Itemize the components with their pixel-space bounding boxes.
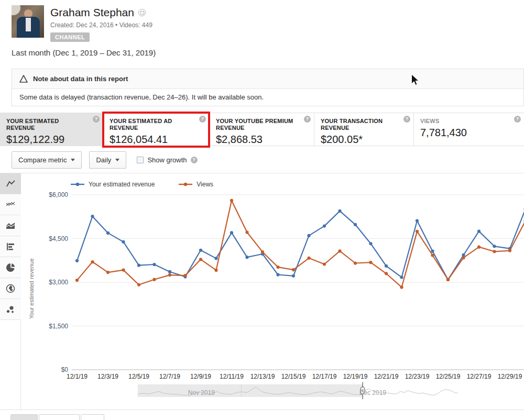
- chart-type-bar-chart[interactable]: [0, 236, 21, 257]
- data-point[interactable]: [462, 253, 465, 257]
- data-point[interactable]: [416, 230, 419, 233]
- data-point[interactable]: [152, 278, 156, 281]
- data-point[interactable]: [369, 242, 372, 245]
- bottom-tab-2[interactable]: [39, 414, 80, 420]
- data-point[interactable]: [292, 274, 295, 278]
- data-point[interactable]: [477, 246, 481, 249]
- data-point[interactable]: [292, 268, 295, 271]
- granularity-dropdown[interactable]: Daily: [89, 151, 126, 169]
- data-point[interactable]: [477, 229, 481, 233]
- data-point[interactable]: [416, 219, 419, 222]
- data-point[interactable]: [106, 271, 110, 274]
- data-point[interactable]: [122, 240, 125, 244]
- help-icon[interactable]: ?: [93, 116, 100, 123]
- series-line: [77, 201, 524, 288]
- data-point[interactable]: [446, 278, 450, 281]
- data-point[interactable]: [369, 261, 372, 264]
- data-point[interactable]: [385, 264, 388, 268]
- data-point[interactable]: [137, 283, 140, 286]
- metric-card-1[interactable]: YOUR ESTIMATED REVENUE$129,122.99?: [0, 113, 103, 146]
- data-point[interactable]: [354, 261, 357, 264]
- data-point[interactable]: [230, 199, 233, 202]
- chart-type-pie-chart[interactable]: [0, 257, 21, 278]
- chart-type-bubble-chart[interactable]: [0, 299, 21, 320]
- bottom-tab-1[interactable]: [10, 414, 38, 420]
- data-point[interactable]: [75, 259, 79, 262]
- show-growth-checkbox[interactable]: [137, 157, 144, 163]
- data-point[interactable]: [462, 256, 465, 259]
- chart-type-multi-line-chart[interactable]: [0, 194, 21, 215]
- metric-card-5[interactable]: VIEWS7,781,430?: [414, 113, 524, 146]
- external-link-icon[interactable]: [138, 9, 146, 16]
- note-banner-header[interactable]: Note about data in this report: [12, 69, 523, 89]
- bottom-tab-3[interactable]: [81, 414, 104, 420]
- help-icon[interactable]: ?: [191, 157, 198, 163]
- metric-card-3[interactable]: YOUR YOUTUBE PREMIUM REVENUE$2,868.53?: [210, 113, 314, 146]
- data-point[interactable]: [245, 256, 248, 259]
- data-point[interactable]: [276, 273, 279, 276]
- data-point[interactable]: [75, 279, 79, 282]
- channel-avatar[interactable]: [12, 5, 44, 38]
- show-growth-label: Show growth: [147, 156, 187, 164]
- y-axis-label: $4,500: [36, 235, 68, 242]
- data-point[interactable]: [199, 258, 202, 261]
- data-point[interactable]: [199, 249, 202, 252]
- chart-legend: Your estimated revenueViews: [71, 181, 213, 188]
- data-point[interactable]: [385, 272, 388, 275]
- compare-metric-dropdown[interactable]: Compare metric: [12, 151, 82, 169]
- data-point[interactable]: [354, 223, 357, 226]
- chart-type-line-chart[interactable]: [0, 173, 21, 194]
- data-point[interactable]: [338, 209, 341, 213]
- data-point[interactable]: [400, 285, 403, 289]
- data-point[interactable]: [431, 250, 434, 253]
- y-axis-title: Your estimated revenue: [28, 205, 37, 372]
- x-axis-label: 12/5/19: [124, 373, 154, 380]
- y-axis-label: $0: [36, 366, 68, 373]
- data-point[interactable]: [307, 257, 310, 260]
- data-point[interactable]: [261, 250, 264, 253]
- data-point[interactable]: [245, 230, 248, 234]
- data-point[interactable]: [214, 269, 217, 272]
- note-banner-body: Some data is delayed (transaction revenu…: [12, 89, 523, 106]
- data-point[interactable]: [122, 269, 125, 272]
- data-point[interactable]: [168, 273, 171, 277]
- help-icon[interactable]: ?: [304, 116, 311, 123]
- data-point[interactable]: [508, 249, 511, 252]
- data-point[interactable]: [152, 263, 156, 266]
- note-banner-title: Note about data in this report: [33, 75, 128, 83]
- legend-item[interactable]: Your estimated revenue: [71, 181, 155, 188]
- data-point[interactable]: [183, 274, 187, 277]
- data-point[interactable]: [307, 234, 310, 237]
- data-point[interactable]: [323, 262, 326, 266]
- x-axis-label: 12/27/19: [464, 373, 494, 380]
- line-chart-plot[interactable]: [72, 190, 524, 373]
- chart-type-stacked-area-chart[interactable]: [0, 215, 21, 236]
- help-icon[interactable]: ?: [403, 116, 410, 123]
- data-point[interactable]: [214, 257, 217, 260]
- scrubber-selected-range[interactable]: [138, 384, 363, 397]
- note-banner: Note about data in this report Some data…: [12, 69, 524, 106]
- data-point[interactable]: [493, 245, 496, 248]
- help-icon[interactable]: ?: [199, 116, 206, 123]
- x-axis-label: 12/1/19: [62, 373, 92, 380]
- data-point[interactable]: [323, 224, 326, 227]
- data-point[interactable]: [230, 231, 233, 234]
- metric-card-2[interactable]: YOUR ESTIMATED AD REVENUE$126,054.41?: [103, 113, 210, 146]
- data-point[interactable]: [91, 260, 94, 263]
- compare-metric-label: Compare metric: [18, 156, 67, 164]
- legend-item[interactable]: Views: [179, 181, 213, 188]
- data-point[interactable]: [106, 231, 110, 235]
- data-point[interactable]: [137, 264, 140, 267]
- data-point[interactable]: [276, 266, 279, 269]
- x-axis-label: 12/23/19: [402, 373, 432, 380]
- help-icon[interactable]: ?: [514, 116, 521, 123]
- data-point[interactable]: [91, 215, 94, 218]
- data-point[interactable]: [493, 250, 496, 253]
- data-point[interactable]: [431, 253, 434, 257]
- metric-card-4[interactable]: YOUR TRANSACTION REVENUE$200.05*?: [314, 113, 414, 146]
- timeline-scrubber[interactable]: [72, 382, 524, 400]
- data-point[interactable]: [400, 275, 403, 279]
- data-point[interactable]: [338, 249, 341, 252]
- data-point[interactable]: [168, 270, 171, 273]
- chart-type-geo-map[interactable]: [0, 278, 21, 299]
